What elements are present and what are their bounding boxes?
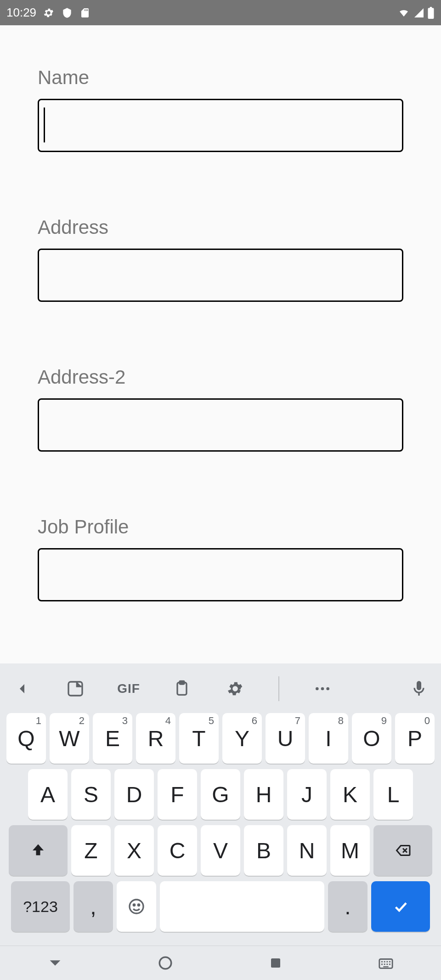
key-v-label: V [213,838,228,863]
svg-point-8 [138,904,139,906]
key-e[interactable]: 3E [93,713,132,764]
settings-icon[interactable] [222,676,248,702]
clock: 10:29 [6,6,36,20]
key-k-label: K [343,782,357,807]
key-period[interactable]: . [328,881,368,932]
key-shift[interactable] [9,825,68,876]
key-w-label: W [59,726,79,751]
key-z-label: Z [84,838,97,863]
key-h[interactable]: H [244,769,283,820]
status-bar: 10:29 [0,0,441,25]
key-o[interactable]: 9O [352,713,391,764]
key-f[interactable]: F [158,769,197,820]
field-group-name: Name [38,67,403,152]
key-i[interactable]: 8I [309,713,348,764]
svg-rect-15 [389,961,390,963]
key-a[interactable]: A [28,769,68,820]
address2-input[interactable] [38,398,403,452]
svg-point-5 [326,687,329,691]
key-y-label: Y [235,726,249,751]
key-comma-label: , [90,894,96,919]
key-rows: 1Q 2W 3E 4R 5T 6Y 7U 8I 9O 0P A S D F G … [0,710,441,946]
key-c[interactable]: C [158,825,197,876]
signal-icon [413,7,424,18]
key-i-sub: 8 [338,715,344,727]
key-k[interactable]: K [330,769,370,820]
key-w[interactable]: 2W [50,713,89,764]
key-n[interactable]: N [287,825,327,876]
key-o-label: O [363,726,380,751]
key-c-label: C [170,838,186,863]
key-j[interactable]: J [287,769,327,820]
status-right [397,7,435,19]
wifi-icon [397,7,411,18]
mic-icon[interactable] [406,676,432,702]
svg-point-4 [321,687,324,691]
key-x-label: X [127,838,141,863]
key-u-sub: 7 [295,715,300,727]
field-group-address2: Address-2 [38,366,403,452]
key-s[interactable]: S [71,769,111,820]
nav-overview[interactable] [262,949,289,977]
key-r-sub: 4 [165,715,171,727]
key-t[interactable]: 5T [179,713,219,764]
clipboard-icon[interactable] [169,676,195,702]
key-comma[interactable]: , [74,881,113,932]
key-symbols-label: ?123 [23,898,58,916]
nav-bar [0,946,441,980]
key-t-sub: 5 [209,715,214,727]
form-area: Name Address Address-2 Job Profile [0,25,441,601]
key-m[interactable]: M [330,825,370,876]
key-f-label: F [170,782,184,807]
key-e-sub: 3 [122,715,128,727]
nav-back[interactable] [41,949,69,977]
key-x[interactable]: X [114,825,154,876]
key-emoji[interactable] [117,881,156,932]
key-row-2: A S D F G H J K L [3,769,438,820]
svg-rect-14 [386,961,388,963]
nav-ime-switch[interactable] [372,949,400,977]
gif-icon[interactable]: GIF [116,676,141,702]
address-input[interactable] [38,249,403,302]
key-r[interactable]: 4R [136,713,175,764]
svg-rect-10 [271,958,280,968]
name-input[interactable] [38,99,403,152]
key-l-label: L [387,782,400,807]
key-i-label: I [325,726,331,751]
svg-rect-17 [384,963,385,965]
key-v[interactable]: V [201,825,240,876]
key-r-label: R [148,726,164,751]
key-w-sub: 2 [79,715,85,727]
key-b[interactable]: B [244,825,283,876]
keyboard-back-icon[interactable] [9,676,35,702]
address-label: Address [38,216,403,238]
key-symbols[interactable]: ?123 [11,881,70,932]
key-z[interactable]: Z [71,825,111,876]
svg-rect-16 [381,963,383,965]
key-enter[interactable] [371,881,430,932]
shield-icon [61,7,73,19]
key-space[interactable] [160,881,324,932]
address2-label: Address-2 [38,366,403,388]
nav-home[interactable] [152,949,179,977]
keyboard-tool-row: GIF [0,667,441,710]
key-l[interactable]: L [373,769,413,820]
key-p-label: P [407,726,422,751]
key-p[interactable]: 0P [395,713,435,764]
key-m-label: M [341,838,359,863]
key-q[interactable]: 1Q [6,713,46,764]
key-u[interactable]: 7U [266,713,305,764]
key-d[interactable]: D [114,769,154,820]
svg-point-6 [130,900,143,913]
more-icon[interactable] [310,676,335,702]
svg-rect-20 [383,966,388,967]
key-g-label: G [212,782,229,807]
job-input[interactable] [38,548,403,601]
key-g[interactable]: G [201,769,240,820]
key-row-3: Z X C V B N M [3,825,438,876]
key-h-label: H [256,782,272,807]
text-cursor [44,108,45,142]
key-backspace[interactable] [373,825,432,876]
sticker-icon[interactable] [62,676,88,702]
key-y[interactable]: 6Y [222,713,262,764]
